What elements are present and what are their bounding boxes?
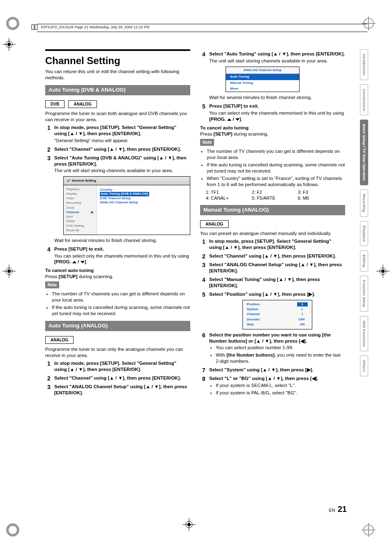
cancel-heading: To cancel auto tuning	[200, 125, 345, 131]
note-item: The number of TV channels you can get is…	[207, 148, 345, 161]
note-item: The number of TV channels you can get is…	[52, 291, 190, 303]
osd-simple-row: Manual Tuning	[226, 80, 299, 86]
osd-sidebar: PlaybackDisplayVideoRecordingClockChanne…	[64, 185, 97, 235]
printer-mark	[6, 523, 20, 539]
position-table-row: Channel1	[243, 312, 312, 317]
side-tab[interactable]: Recording	[360, 189, 368, 217]
osd-simple-row: Move	[226, 86, 299, 92]
chevron-down-icon	[235, 118, 240, 121]
step-text: Select "Auto Tuning" using [▲ / ▼], then…	[209, 51, 345, 56]
section-b-steps: In stop mode, press [SETUP]. Select "Gen…	[45, 360, 190, 396]
step6-sub: You can select position number 1-99.	[216, 345, 345, 351]
osd-main-item: DVB Channel Setup	[100, 196, 149, 200]
note-item: If the auto tuning is cancelled during s…	[207, 162, 345, 174]
step-text: Press [SETUP] to exit.	[209, 104, 259, 108]
osd-analog-channel-setup: ANALOG Channel Setup Auto TuningManual T…	[226, 67, 300, 92]
step-text: In stop mode, press [SETUP]. Select "Gen…	[54, 125, 176, 136]
french-channel-cell: 5: F5/ARTE	[252, 195, 298, 201]
crosshair-icon	[376, 263, 390, 277]
side-tab[interactable]: Others	[360, 355, 368, 376]
section-heading-manual-analog: Manual Tuning (ANALOG)	[200, 205, 345, 215]
note-label: Note	[200, 139, 214, 146]
top-rule	[45, 49, 190, 51]
step-body: You can select only the channels memoris…	[209, 110, 345, 122]
position-table-row: SkipON	[243, 322, 312, 327]
footer-page-number: 21	[338, 504, 347, 514]
step-text: Press [SETUP] to exit.	[54, 246, 104, 251]
side-tab[interactable]: Editing	[360, 250, 368, 272]
osd-sidebar-item: DivX	[66, 214, 94, 219]
note-label: Note	[45, 281, 59, 288]
step-text: In stop mode, press [SETUP]. Select "Gen…	[54, 361, 176, 372]
side-tab[interactable]: VHS Functions	[360, 316, 368, 351]
svg-point-4	[7, 525, 18, 535]
osd-position-table: Position1SystemLChannel1DecoderOFFSkipON	[242, 300, 312, 329]
crosshair-icon	[0, 263, 14, 277]
step-body: "General Setting" menu will appear.	[54, 138, 190, 144]
tag-analog: ANALOG	[68, 100, 97, 108]
section-c-steps: In stop mode, press [SETUP]. Select "Gen…	[200, 238, 345, 396]
wrench-icon	[66, 178, 70, 183]
printer-mark	[6, 16, 20, 32]
side-tab[interactable]: Function Setup	[360, 276, 368, 312]
section-heading-auto-dvb-analog: Auto Tuning (DVB & ANALOG)	[45, 85, 190, 95]
svg-point-0	[7, 18, 18, 29]
step-text: Select "Channel" using [▲ / ▼], then pre…	[209, 253, 336, 258]
osd-title-text: General Setting	[72, 179, 96, 183]
osd-sidebar-item: Video	[66, 196, 94, 200]
svg-point-11	[7, 43, 11, 46]
side-tab[interactable]: Playback	[360, 221, 368, 246]
note-item: If the auto tuning is cancelled during s…	[52, 304, 190, 317]
note-item: When "Country" setting is set to "France…	[207, 175, 345, 188]
cancel-heading: To cancel auto tuning	[45, 267, 190, 274]
page-title: Channel Setting	[45, 54, 190, 67]
osd-main-item: Country	[100, 188, 149, 192]
crosshair-icon	[181, 516, 195, 530]
svg-point-19	[7, 269, 11, 273]
position-table-row: Position1	[243, 302, 312, 307]
right-column: Select "Auto Tuning" using [▲ / ▼], then…	[200, 49, 345, 398]
section-c-intro: You can preset an analogue channel manua…	[200, 230, 345, 237]
cancel-text: Press [SETUP] during scanning.	[45, 274, 190, 280]
printer-mark	[362, 523, 376, 539]
step-text: Select "ANALOG Channel Setup" using [▲ /…	[54, 384, 187, 395]
side-tab[interactable]: Connections	[360, 84, 368, 116]
position-table-row: SystemL	[243, 307, 312, 312]
step8-sub: If your system is PAL-B/G, select "BG".	[216, 390, 345, 396]
footer-lang: EN	[329, 508, 335, 513]
step-body: The unit will start storing channels ava…	[209, 58, 345, 64]
french-channel-grid: 1: TF12: F23: F34: CANAL+5: F5/ARTE6: M6	[206, 189, 345, 201]
osd-main-item: Auto Tuning (DVB & ANALOG)	[100, 192, 149, 196]
french-channel-cell: 2: F2	[252, 189, 298, 195]
after-osd-text: Wait for several minutes to finish chann…	[209, 94, 345, 101]
tag-analog: ANALOG	[45, 336, 74, 344]
tag-dvb: DVB	[45, 100, 65, 108]
chevron-up-icon	[227, 118, 231, 121]
step-text: Select "Manual Tuning" using [▲ / ▼], th…	[209, 277, 320, 288]
section-a-intro: Programme the tuner to scan both analogu…	[45, 111, 190, 123]
french-channel-cell: 6: M6	[298, 195, 344, 201]
side-tab-list: IntroductionConnectionsBasic Setup / TV …	[360, 49, 372, 380]
section-a-steps: In stop mode, press [SETUP]. Select "Gen…	[45, 124, 190, 265]
step6-subs: You can select position number 1-99. Wit…	[209, 345, 345, 364]
chevron-up-icon	[72, 261, 76, 263]
section-heading-auto-analog: Auto Tuning (ANALOG)	[45, 321, 190, 331]
tag-analog: ANALOG	[200, 220, 228, 228]
left-column: Channel Setting You can retune this unit…	[45, 49, 190, 398]
side-tab[interactable]: Introduction	[360, 49, 368, 80]
osd-main-item: ANALOG Channel Setup	[100, 200, 149, 205]
step-text: Select "ANALOG Channel Setup" using [▲ /…	[209, 262, 342, 273]
step-text: Select "Channel" using [▲ / ▼], then pre…	[54, 375, 181, 380]
step-text: Select "Position" using [▲ / ▼], then pr…	[209, 292, 315, 297]
book-page-icon	[31, 24, 38, 31]
osd-sidebar-item: Display	[66, 191, 94, 196]
book-header-text: E9TK2FD_EN.book Page 21 Wednesday, July …	[41, 25, 150, 29]
step-text: Select "Channel" using [▲ / ▼], then pre…	[54, 147, 181, 152]
section-b-intro: Programme the tuner to scan only the ana…	[45, 346, 190, 359]
french-channel-cell: 4: CANAL+	[206, 195, 252, 201]
osd-sidebar-item: Playback	[66, 187, 94, 191]
side-tab[interactable]: Basic Setup / TV View Operation	[360, 120, 368, 185]
step-text: Select "System" using [▲ / ▼], then pres…	[209, 367, 314, 372]
position-table-row: DecoderOFF	[243, 317, 312, 322]
osd-sidebar-item: HDMI	[66, 219, 94, 223]
